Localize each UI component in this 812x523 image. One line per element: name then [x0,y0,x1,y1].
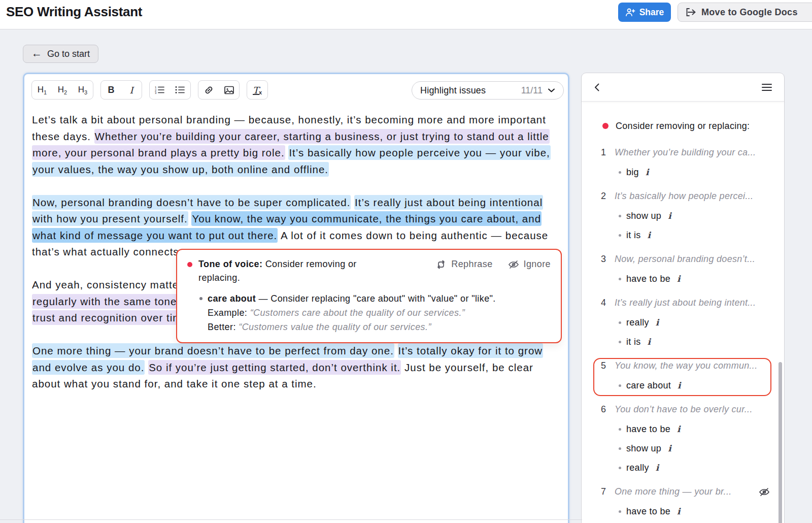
issues-sidebar: Consider removing or replacing: 1Whether… [581,73,785,523]
info-icon[interactable]: i [656,317,659,328]
info-icon[interactable]: i [668,443,671,453]
suggested-word[interactable]: bigi [619,167,784,178]
issue-item[interactable]: 7One more thing — your br...have to bei [582,486,784,517]
editor-toolbar: H1 H2 H3 B I 123 Tx Hig [24,74,568,104]
issue-preview[interactable]: Whether you’re building your ca... [615,147,784,158]
move-to-google-docs-button[interactable]: Move to Google Docs [678,3,812,22]
paragraph: One more thing — your brand doesn’t have… [32,343,560,393]
suggested-word[interactable]: have to bei [619,506,784,517]
suggested-word[interactable]: have to bei [619,273,784,284]
highlight-issues-dropdown[interactable]: Highlight issues 11/11 [412,81,564,100]
issue-preview[interactable]: Now, personal branding doesn’t... [615,254,784,265]
underline-mark [253,94,259,95]
export-doc-icon [685,7,696,17]
insert-group [198,80,240,100]
rephrase-button[interactable]: Rephrase [435,259,492,270]
issue-group-label: Consider removing or replacing: [582,121,784,132]
popup-title: Tone of voice: Consider removing or repl… [187,257,385,285]
image-button[interactable] [219,81,239,99]
issue-popup: Tone of voice: Consider removing or repl… [176,249,562,343]
suggested-word[interactable]: it isi [619,336,784,347]
suggested-word[interactable]: show upi [619,443,784,454]
issue-preview[interactable]: You don’t have to be overly cur... [615,404,784,415]
info-icon[interactable]: i [656,463,659,473]
info-icon[interactable]: i [677,274,680,284]
popup-suggestion: care about — Consider replacing "care ab… [187,291,551,334]
paragraph: Let’s talk a bit about personal branding… [32,112,560,178]
clear-formatting-button[interactable]: Tx [247,81,267,99]
info-icon[interactable]: i [677,424,680,434]
italic-button[interactable]: I [121,81,142,99]
issue-number: 2 [601,191,606,202]
bold-button[interactable]: B [101,81,121,99]
heading-group: H1 H2 H3 [31,80,93,100]
issue-preview[interactable]: You know, the way you commun... [615,361,784,372]
info-icon[interactable]: i [678,380,681,390]
bullet-list-button[interactable] [170,81,190,99]
issue-preview[interactable]: It’s basically how people percei... [615,191,784,202]
bullet-dot-icon [199,297,202,300]
sidebar-scrollbar[interactable] [779,362,782,523]
red-dot-icon [187,262,192,267]
h2-button[interactable]: H2 [52,81,73,99]
page-title: SEO Writing Assistant [6,4,142,20]
red-dot-icon [602,123,608,129]
issue-item[interactable]: 4It’s really just about being intent...r… [582,298,784,347]
issues-count: 11/11 [521,85,543,96]
issue-number: 4 [601,298,606,308]
info-icon[interactable]: i [668,211,671,221]
info-icon[interactable]: i [648,337,651,347]
app-header: SEO Writing Assistant Share Move to Goog… [0,0,812,29]
eye-slash-icon [759,487,770,497]
suggested-word[interactable]: it isi [619,230,784,241]
h1-button[interactable]: H1 [32,81,52,99]
issue-item[interactable]: 2It’s basically how people percei...show… [582,191,784,241]
suggested-word[interactable]: have to bei [619,423,784,435]
issue-number: 1 [601,147,606,158]
issue-number: 5 [601,361,606,371]
suggested-word[interactable]: reallyi [619,317,784,328]
issue-item[interactable]: 6You don’t have to be overly cur...have … [582,404,784,473]
suggested-word[interactable]: care abouti [619,380,784,391]
menu-icon[interactable] [762,83,772,91]
info-icon[interactable]: i [646,167,649,177]
format-group: B I [100,80,142,100]
ordered-list-button[interactable]: 123 [150,81,170,99]
issue-item[interactable]: 3Now, personal branding doesn’t...have t… [582,254,784,284]
ignore-button[interactable]: Ignore [508,259,551,270]
sidebar-header [582,73,784,102]
collapse-sidebar-icon[interactable] [594,83,600,92]
list-group: 123 [149,80,191,100]
suggested-word[interactable]: show upi [619,210,784,221]
suggested-word[interactable]: reallyi [619,462,784,473]
link-button[interactable] [198,81,219,99]
issue-number: 7 [601,486,606,497]
clear-format-group: Tx [247,80,268,100]
person-add-icon [625,8,635,17]
go-to-start-button[interactable]: ← Go to start [23,45,98,63]
issue-item[interactable]: 5You know, the way you commun...care abo… [582,361,784,391]
eye-slash-icon [508,260,519,269]
issue-preview[interactable]: It’s really just about being intent... [615,298,784,309]
info-icon[interactable]: i [677,506,680,516]
issue-number: 3 [601,254,606,265]
h3-button[interactable]: H3 [73,81,93,99]
window-bottom-edge [0,519,582,520]
info-icon[interactable]: i [648,230,651,240]
chevron-down-icon [548,88,555,93]
issue-item[interactable]: 1Whether you’re building your ca...bigi [582,147,784,178]
share-button[interactable]: Share [618,3,671,22]
editor-content[interactable]: Let’s talk a bit about personal branding… [24,104,568,393]
rephrase-icon [435,259,447,270]
issue-number: 6 [601,404,606,415]
svg-text:3: 3 [155,91,157,94]
sidebar-body: Consider removing or replacing: 1Whether… [582,102,784,517]
